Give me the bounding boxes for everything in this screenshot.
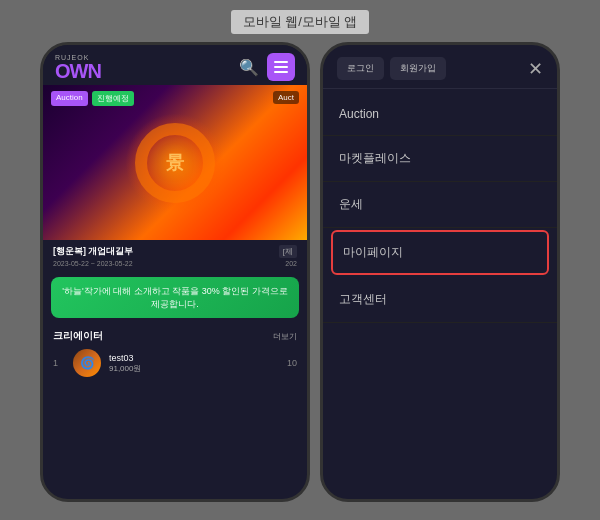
logo-area: RUJEOK OWN (55, 54, 101, 81)
item-title-row: [행운복] 개업대길부 [제 (53, 245, 297, 258)
banner-right-tag: Auct (273, 91, 299, 104)
hamburger-line-1 (274, 61, 288, 63)
creator-header: 크리에이터 더보기 (53, 329, 297, 343)
creator-avatar: 🌀 (73, 349, 101, 377)
right-header: 로그인 회원가입 ✕ (323, 45, 557, 89)
item-badge: [제 (279, 245, 297, 258)
nav-item-fortune[interactable]: 운세 (323, 182, 557, 228)
creator-name: test03 (109, 353, 279, 363)
item-title: [행운복] 개업대길부 (53, 245, 134, 258)
nav-item-auction[interactable]: Auction (323, 93, 557, 136)
nav-item-mypage[interactable]: 마이페이지 (331, 230, 549, 275)
creator-price: 91,000원 (109, 363, 279, 374)
close-button[interactable]: ✕ (528, 60, 543, 78)
banner-tags: Auction 진행예정 (51, 91, 134, 106)
logo-own: OWN (55, 61, 101, 81)
auth-buttons: 로그인 회원가입 (337, 57, 446, 80)
hamburger-icon (274, 61, 288, 73)
banner-image: 景 Auction 진행예정 Auct (43, 85, 307, 240)
nav-item-marketplace[interactable]: 마켓플레이스 (323, 136, 557, 182)
more-button[interactable]: 더보기 (273, 331, 297, 342)
creator-row: 1 🌀 test03 91,000원 10 (53, 349, 297, 377)
header-icons: 🔍 (239, 53, 295, 81)
page-title: 모바일 웹/모바일 앱 (231, 10, 370, 34)
tag-upcoming: 진행예정 (92, 91, 134, 106)
item-date: 2023-05-22 ~ 2023-05-22 (53, 260, 133, 267)
phone-header: RUJEOK OWN 🔍 (43, 45, 307, 85)
tag-auction: Auction (51, 91, 88, 106)
creator-info: test03 91,000원 (109, 353, 279, 374)
creator-section: 크리에이터 더보기 1 🌀 test03 91,000원 10 (43, 323, 307, 381)
nav-item-support[interactable]: 고객센터 (323, 277, 557, 323)
hamburger-line-2 (274, 66, 288, 68)
search-button[interactable]: 🔍 (239, 58, 259, 77)
creator-rank: 1 (53, 358, 65, 368)
item-date-right: 202 (285, 260, 297, 267)
phone-left: RUJEOK OWN 🔍 景 Auction 진 (40, 42, 310, 502)
nav-menu: Auction 마켓플레이스 운세 마이페이지 고객센터 (323, 89, 557, 499)
item-info: [행운복] 개업대길부 [제 2023-05-22 ~ 2023-05-22 2… (43, 240, 307, 272)
hamburger-line-3 (274, 71, 288, 73)
register-button[interactable]: 회원가입 (390, 57, 446, 80)
phones-container: RUJEOK OWN 🔍 景 Auction 진 (40, 42, 560, 502)
login-button[interactable]: 로그인 (337, 57, 384, 80)
creator-label: 크리에이터 (53, 329, 103, 343)
creator-count: 10 (287, 358, 297, 368)
promo-banner: '하늘'작가에 대해 소개하고 작품을 30% 할인된 가격으로 제공합니다. (51, 277, 299, 318)
banner-text: 景 (166, 151, 184, 175)
phone-right: 로그인 회원가입 ✕ Auction 마켓플레이스 운세 마이페이지 고객센터 (320, 42, 560, 502)
menu-button[interactable] (267, 53, 295, 81)
